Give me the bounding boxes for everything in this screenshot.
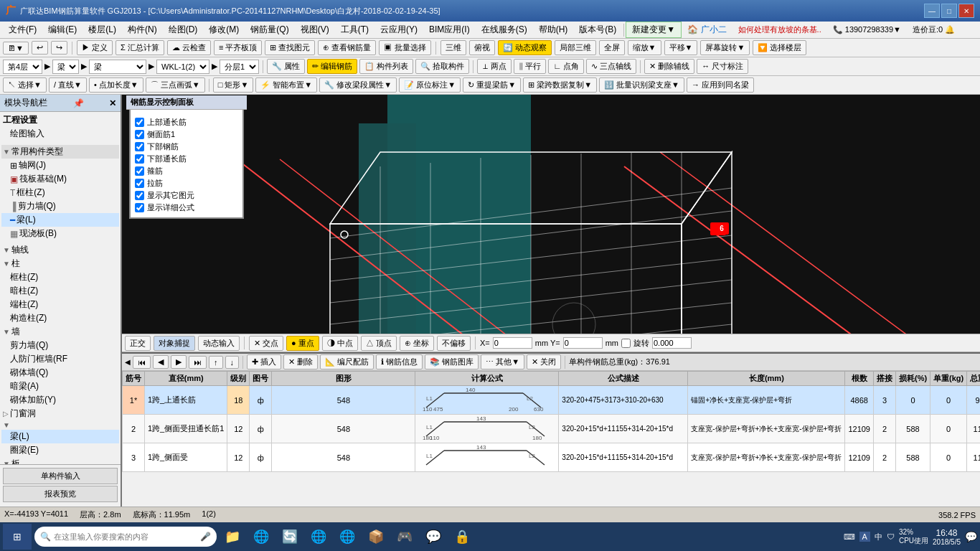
rebar-opt-formula[interactable]: 显示详细公式	[135, 202, 238, 213]
menu-draw[interactable]: 绘图(D)	[163, 22, 204, 37]
no-offset-button[interactable]: 不偏移	[437, 336, 471, 351]
search-box[interactable]: 🔍 🎤	[34, 527, 217, 547]
dynamic-input-button[interactable]: 动态输入	[198, 336, 240, 351]
nav-first-button[interactable]: ⏮	[133, 356, 151, 369]
taskbar-app-2[interactable]: 🌐	[248, 524, 274, 550]
tree-axis[interactable]: ⊞ 轴网(J)	[1, 159, 119, 172]
menu-version[interactable]: 版本号(B)	[573, 22, 622, 37]
menu-help[interactable]: 帮助(H)	[533, 22, 574, 37]
type-select[interactable]: 梁	[52, 60, 79, 74]
beam-select[interactable]: WKL-1(2)	[156, 60, 209, 74]
nav-down-button[interactable]: ↓	[225, 356, 240, 369]
modify-beam-button[interactable]: 🔧 修改梁段属性▼	[319, 77, 397, 93]
menu-newchange[interactable]: 新建变更▼	[626, 22, 682, 38]
tree-slab[interactable]: ▦ 现浇板(B)	[1, 227, 119, 240]
tree-剪力墙[interactable]: 剪力墙(Q)	[1, 339, 119, 352]
search-input[interactable]	[54, 532, 197, 541]
tree-column[interactable]: T 框柱(Z)	[1, 186, 119, 199]
tree-col-section[interactable]: ▼ 柱	[1, 257, 119, 270]
menu-bim[interactable]: BIM应用(I)	[423, 22, 476, 37]
menu-tools[interactable]: 工具(T)	[335, 22, 374, 37]
rotate-input[interactable]	[652, 337, 692, 349]
orig-note-button[interactable]: 📝 原位标注▼	[399, 77, 461, 93]
rotate-button[interactable]: 屏幕旋转▼	[700, 40, 750, 55]
rebar-opt-tie[interactable]: 拉筋	[135, 178, 238, 189]
section-select[interactable]: 分层1	[220, 60, 259, 74]
object-snap-button[interactable]: 对象捕捉	[154, 336, 195, 351]
batch-id-button[interactable]: 🔢 批量识别梁支座▼	[599, 77, 684, 93]
repick-beam-button[interactable]: ↻ 重提梁筋▼	[463, 77, 521, 93]
table-row[interactable]: 3 1跨_侧面受 12 ф 548 L1	[123, 443, 981, 472]
menu-points[interactable]: 造价豆:0 🔔	[907, 23, 961, 37]
menu-phone[interactable]: 📞 13907298339▼	[827, 24, 907, 36]
select-draw-button[interactable]: ↖ 选择▼	[3, 77, 47, 93]
tree-board-section[interactable]: ▼ 板	[1, 457, 119, 464]
tree-暗梁[interactable]: 暗梁(A)	[1, 380, 119, 393]
close-button[interactable]: ✕	[958, 4, 974, 18]
two-point-button[interactable]: ⊥ 两点	[477, 59, 512, 74]
taskbar-app-4[interactable]: 🌐	[306, 524, 331, 550]
menu-tip[interactable]: 如何处理有放坡的条基..	[732, 23, 827, 37]
table-row[interactable]: 1* 1跨_上通长筋 18 ф 548 L1	[123, 386, 981, 415]
nav-last-button[interactable]: ⏭	[189, 356, 207, 369]
rebar-opt-bottom[interactable]: 下部钢筋	[135, 141, 238, 152]
tree-shearwall[interactable]: ▐ 剪力墙(Q)	[1, 199, 119, 213]
menu-component[interactable]: 构件(N)	[122, 22, 163, 37]
rect-button[interactable]: □ 矩形▼	[213, 77, 254, 93]
menu-online[interactable]: 在线服务(S)	[476, 22, 533, 37]
tree-common-type[interactable]: ▼ 常用构件类型	[1, 145, 119, 159]
tree-wall-section[interactable]: ▼ 墙	[1, 325, 119, 339]
tree-砌体[interactable]: 砌体墙(Q)	[1, 366, 119, 380]
coord-button[interactable]: ⊕ 坐标	[400, 336, 434, 351]
tree-beam-L[interactable]: 梁(L)	[1, 430, 119, 443]
taskbar-app-9[interactable]: 🔒	[449, 524, 475, 550]
tree-暗柱[interactable]: 暗柱(Z)	[1, 284, 119, 298]
delete-row-button[interactable]: ✕ 删除	[283, 354, 318, 369]
tree-axis-section[interactable]: ▼ 轴线	[1, 243, 119, 257]
intersection-button[interactable]: ✕ 交点	[249, 336, 283, 351]
point-angle-button[interactable]: ∟ 点角	[548, 59, 584, 74]
orthogonal-button[interactable]: 正交	[125, 336, 151, 351]
pick-component-button[interactable]: 🔍 拾取构件	[415, 59, 469, 74]
tree-framecol[interactable]: 框柱(Z)	[1, 270, 119, 284]
table-row[interactable]: 2 1跨_侧面受扭通长筋1 12 ф 548 L1	[123, 415, 981, 443]
single-input-button[interactable]: 单构件输入	[3, 468, 118, 484]
rebar-opt-side1[interactable]: 侧面筋1	[135, 129, 238, 140]
tree-beam-section[interactable]: ▼	[1, 420, 119, 430]
arc-button[interactable]: ⌒ 三点画弧▼	[146, 77, 205, 93]
apply-same-button[interactable]: → 应用到同名梁	[687, 77, 754, 93]
lang-icon[interactable]: A	[859, 532, 870, 542]
restore-button[interactable]: □	[941, 4, 957, 18]
notification-button[interactable]: 💬	[965, 531, 977, 542]
rotate-checkbox[interactable]	[621, 339, 631, 348]
collapse-icon[interactable]: ◀	[125, 358, 131, 366]
tree-圈梁[interactable]: 圈梁(E)	[1, 443, 119, 457]
three-point-button[interactable]: ∿ 三点轴线	[586, 59, 636, 74]
panel-pin-icon[interactable]: 📌	[73, 98, 84, 108]
rebar-library-button[interactable]: 📚 钢筋图库	[425, 354, 479, 369]
point-len-button[interactable]: • 点加长度▼	[89, 77, 143, 93]
menu-modify[interactable]: 修改(M)	[203, 22, 245, 37]
local-3d-button[interactable]: 局部三维	[555, 40, 596, 55]
mic-icon[interactable]: 🎤	[200, 532, 211, 542]
taskbar-app-6[interactable]: 📦	[363, 524, 389, 550]
define-button[interactable]: ▶ 定义	[77, 40, 113, 55]
nav-up-button[interactable]: ↑	[209, 356, 223, 369]
tree-draw-input[interactable]: 绘图输入	[1, 127, 119, 141]
close-table-button[interactable]: ✕ 关闭	[527, 354, 561, 369]
batch-select-button[interactable]: ▣ 批量选择	[379, 40, 430, 55]
tree-人防[interactable]: 人防门框墙(RF	[1, 352, 119, 366]
canvas-area[interactable]: 钢筋显示控制面板 上部通长筋 侧面筋1 下部钢筋 下部通长筋 箍筋 拉筋 显示其…	[122, 95, 980, 334]
midpoint-button[interactable]: ● 重点	[286, 336, 319, 351]
y-input[interactable]	[563, 337, 603, 349]
rebar-opt-stirrup[interactable]: 箍筋	[135, 166, 238, 176]
insert-row-button[interactable]: ✚ 插入	[247, 354, 281, 369]
rebar-opt-bottomlong[interactable]: 下部通长筋	[135, 154, 238, 164]
cloud-check-button[interactable]: ☁ 云检查	[167, 40, 211, 55]
rebar-opt-other[interactable]: 显示其它图元	[135, 190, 238, 201]
zoom-button[interactable]: 缩放▼	[628, 40, 661, 55]
menu-view[interactable]: 视图(V)	[295, 22, 335, 37]
parallel-button[interactable]: ∥ 平行	[514, 59, 546, 74]
taskbar-app-1[interactable]: 📁	[220, 524, 245, 550]
taskbar-app-3[interactable]: 🔄	[277, 524, 303, 550]
